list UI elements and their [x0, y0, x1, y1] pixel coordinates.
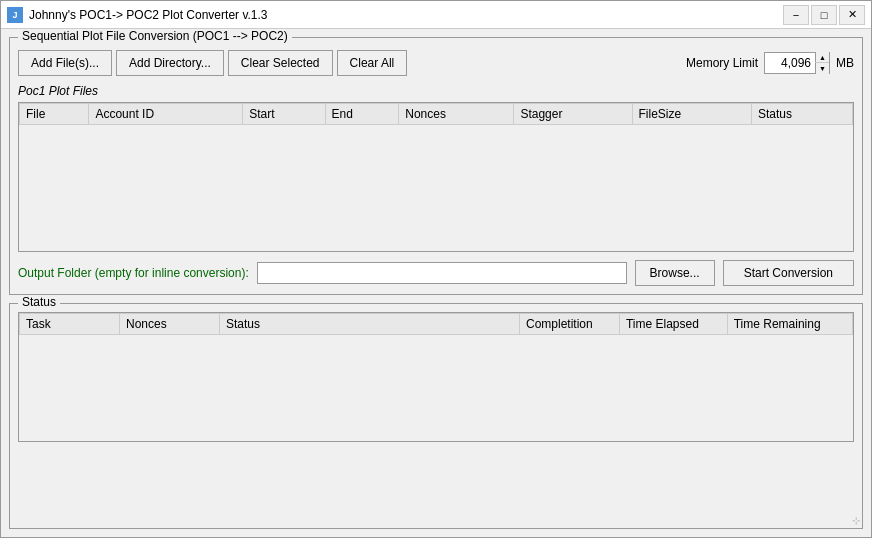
- app-icon-text: J: [12, 10, 17, 20]
- add-files-button[interactable]: Add File(s)...: [18, 50, 112, 76]
- minimize-button[interactable]: −: [783, 5, 809, 25]
- window-controls: − □ ✕: [783, 5, 865, 25]
- files-table-header-row: File Account ID Start End Nonces Stagger…: [20, 104, 853, 125]
- status-table-container[interactable]: Task Nonces Status Completition Time Ela…: [18, 312, 854, 442]
- output-label-suffix: conversion):: [180, 266, 249, 280]
- app-icon: J: [7, 7, 23, 23]
- output-inline-text: inline: [152, 266, 180, 280]
- close-button[interactable]: ✕: [839, 5, 865, 25]
- main-group-title: Sequential Plot File Conversion (POC1 --…: [18, 29, 292, 43]
- status-table: Task Nonces Status Completition Time Ela…: [19, 313, 853, 335]
- status-group-box: Status Task Nonces Status Completition T…: [9, 303, 863, 529]
- col-filesize: FileSize: [632, 104, 751, 125]
- memory-input-wrapper: ▲ ▼: [764, 52, 830, 74]
- files-table: File Account ID Start End Nonces Stagger…: [19, 103, 853, 125]
- clear-all-button[interactable]: Clear All: [337, 50, 408, 76]
- col-end: End: [325, 104, 399, 125]
- col-account-id: Account ID: [89, 104, 243, 125]
- col-nonces: Nonces: [399, 104, 514, 125]
- main-group-box: Sequential Plot File Conversion (POC1 --…: [9, 37, 863, 295]
- memory-limit-label: Memory Limit: [686, 56, 758, 70]
- memory-unit-label: MB: [836, 56, 854, 70]
- output-label: Output Folder (empty for inline conversi…: [18, 266, 249, 280]
- status-table-header-row: Task Nonces Status Completition Time Ela…: [20, 314, 853, 335]
- output-folder-input[interactable]: [257, 262, 627, 284]
- status-col-task: Task: [20, 314, 120, 335]
- files-table-container[interactable]: File Account ID Start End Nonces Stagger…: [18, 102, 854, 252]
- status-col-elapsed: Time Elapsed: [619, 314, 727, 335]
- poc1-section-label: Poc1 Plot Files: [18, 84, 854, 98]
- status-col-completion: Completition: [520, 314, 620, 335]
- title-bar: J Johnny's POC1-> POC2 Plot Converter v.…: [1, 1, 871, 29]
- memory-limit-control: Memory Limit ▲ ▼ MB: [686, 52, 854, 74]
- start-conversion-button[interactable]: Start Conversion: [723, 260, 854, 286]
- spinner-down-button[interactable]: ▼: [815, 63, 829, 74]
- output-label-text: Output Folder (empty for: [18, 266, 152, 280]
- main-content: Sequential Plot File Conversion (POC1 --…: [1, 29, 871, 537]
- col-file: File: [20, 104, 89, 125]
- memory-spinner: ▲ ▼: [815, 52, 829, 74]
- files-table-header: File Account ID Start End Nonces Stagger…: [20, 104, 853, 125]
- status-table-header: Task Nonces Status Completition Time Ela…: [20, 314, 853, 335]
- clear-selected-button[interactable]: Clear Selected: [228, 50, 333, 76]
- memory-limit-input[interactable]: [765, 53, 815, 73]
- status-col-nonces: Nonces: [120, 314, 220, 335]
- status-col-status: Status: [220, 314, 520, 335]
- status-group-title: Status: [18, 295, 60, 309]
- toolbar: Add File(s)... Add Directory... Clear Se…: [18, 50, 854, 76]
- maximize-button[interactable]: □: [811, 5, 837, 25]
- col-start: Start: [243, 104, 325, 125]
- output-row: Output Folder (empty for inline conversi…: [18, 260, 854, 286]
- col-status: Status: [752, 104, 853, 125]
- status-col-remaining: Time Remaining: [727, 314, 852, 335]
- col-stagger: Stagger: [514, 104, 632, 125]
- add-directory-button[interactable]: Add Directory...: [116, 50, 224, 76]
- window-title: Johnny's POC1-> POC2 Plot Converter v.1.…: [29, 8, 783, 22]
- browse-button[interactable]: Browse...: [635, 260, 715, 286]
- spinner-up-button[interactable]: ▲: [815, 52, 829, 63]
- resize-handle[interactable]: ⊹: [852, 515, 860, 526]
- main-window: J Johnny's POC1-> POC2 Plot Converter v.…: [0, 0, 872, 538]
